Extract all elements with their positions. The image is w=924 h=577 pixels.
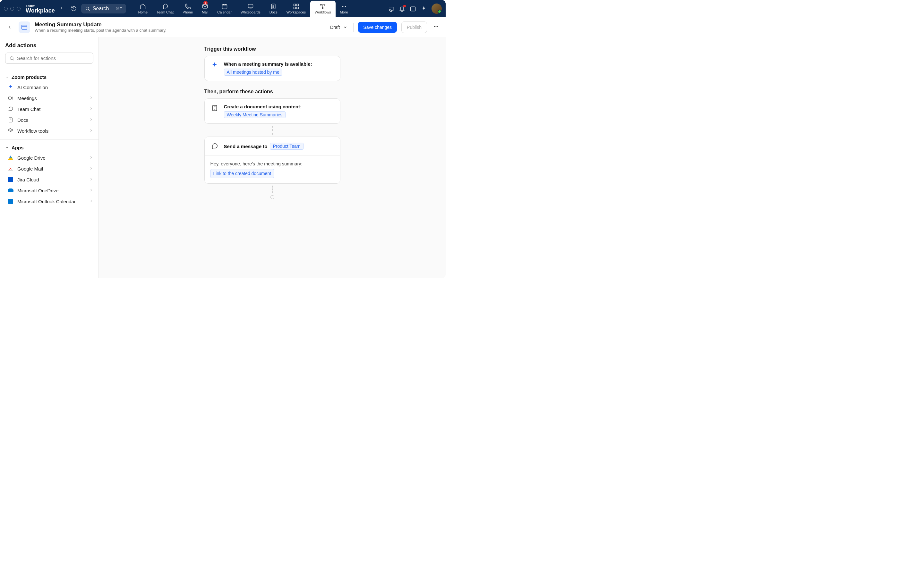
- window-maximize[interactable]: [17, 7, 21, 11]
- message-icon: [210, 142, 219, 150]
- tab-mail[interactable]: 1 Mail: [197, 1, 213, 17]
- section-zoom-products[interactable]: Zoom products: [0, 73, 99, 82]
- tab-calendar[interactable]: Calendar: [213, 1, 236, 17]
- tab-teamchat[interactable]: Team Chat: [152, 1, 178, 17]
- sidebar-item-google-mail[interactable]: Google Mail: [0, 163, 99, 174]
- trigger-card[interactable]: When a meeting summary is available: All…: [204, 56, 341, 81]
- sparkle-icon: [8, 84, 13, 90]
- cast-icon[interactable]: [388, 5, 394, 12]
- today-icon[interactable]: [410, 5, 416, 12]
- global-search[interactable]: Search ⌘F: [81, 4, 126, 13]
- ai-sparkle-icon[interactable]: [421, 5, 427, 12]
- publish-button[interactable]: Publish: [401, 21, 427, 33]
- jira-icon: [8, 177, 13, 182]
- bell-icon[interactable]: [399, 5, 405, 12]
- chevron-right-icon: [89, 199, 94, 204]
- sidebar-item-outlook[interactable]: Microsoft Outlook Calendar: [0, 196, 99, 207]
- svg-point-29: [437, 26, 438, 27]
- sidebar-item-jira[interactable]: Jira Cloud: [0, 174, 99, 185]
- sidebar-item-google-drive[interactable]: Google Drive: [0, 152, 99, 163]
- sb-label: Microsoft OneDrive: [17, 188, 58, 193]
- message-text: Hey, everyone, here's the meeting summar…: [210, 160, 334, 168]
- svg-rect-3: [222, 5, 227, 9]
- tab-teamchat-label: Team Chat: [157, 10, 174, 14]
- brand-text-1: zoom: [26, 4, 55, 8]
- tab-home[interactable]: Home: [134, 1, 152, 17]
- trigger-title: When a meeting summary is available:: [224, 61, 334, 67]
- connector-line: [272, 185, 273, 193]
- workspaces-icon: [293, 3, 299, 10]
- back-button[interactable]: [5, 23, 14, 32]
- chevron-right-icon: [89, 128, 94, 134]
- tab-mail-label: Mail: [202, 10, 208, 14]
- tab-more-label: More: [340, 10, 348, 14]
- workflow-avatar-icon: [19, 21, 30, 33]
- sidebar-item-ai-companion[interactable]: AI Companion: [0, 82, 99, 93]
- add-step-circle[interactable]: [270, 195, 274, 199]
- gmail-icon: [8, 166, 13, 171]
- brand-chevron-icon[interactable]: [59, 6, 64, 11]
- status-dropdown[interactable]: Draft: [329, 23, 349, 32]
- sb-label: Google Drive: [17, 155, 45, 161]
- svg-point-27: [434, 26, 435, 27]
- action-card-send-message[interactable]: Send a message to Product Team Hey, ever…: [204, 137, 341, 184]
- window-close[interactable]: [4, 7, 8, 11]
- mail-badge: 1: [204, 1, 208, 5]
- sidebar-item-onedrive[interactable]: Microsoft OneDrive: [0, 185, 99, 196]
- topbar-right: [388, 3, 442, 14]
- svg-rect-32: [8, 97, 11, 99]
- gear-icon: [8, 128, 13, 134]
- tab-more[interactable]: More: [336, 1, 352, 17]
- tab-docs[interactable]: Docs: [265, 1, 282, 17]
- svg-line-1: [89, 10, 89, 11]
- window-minimize[interactable]: [10, 7, 14, 11]
- user-avatar[interactable]: [431, 3, 442, 14]
- onedrive-icon: [8, 187, 13, 193]
- sb-label: Microsoft Outlook Calendar: [17, 199, 76, 204]
- action-card-create-doc[interactable]: Create a document using content: Weekly …: [204, 98, 341, 124]
- nav-tabs: Home Team Chat Phone 1 Mail Calendar Whi…: [134, 1, 385, 17]
- whiteboard-icon: [247, 3, 254, 10]
- tab-home-label: Home: [138, 10, 148, 14]
- docs-icon: [270, 3, 276, 10]
- workflow-canvas: Trigger this workflow When a meeting sum…: [99, 37, 446, 278]
- workflow-title: Meeting Summary Update: [35, 21, 166, 28]
- actions-sidebar: Add actions Zoom products AI Companion M…: [0, 37, 99, 278]
- svg-point-0: [86, 7, 89, 10]
- tab-workflows[interactable]: Workflows: [310, 1, 336, 17]
- svg-point-19: [322, 7, 323, 8]
- message-link-chip[interactable]: Link to the created document: [210, 169, 274, 178]
- tab-whiteboards[interactable]: Whiteboards: [236, 1, 265, 17]
- sidebar-item-teamchat[interactable]: Team Chat: [0, 103, 99, 114]
- section-apps-label: Apps: [11, 145, 24, 150]
- tab-workspaces[interactable]: Workspaces: [282, 1, 310, 17]
- svg-rect-25: [22, 25, 27, 29]
- actions-section-title: Then, perform these actions: [204, 89, 341, 95]
- actions-search-input[interactable]: [17, 55, 89, 61]
- more-options-button[interactable]: [431, 22, 441, 32]
- svg-marker-33: [11, 97, 13, 99]
- actions-search[interactable]: [5, 53, 94, 64]
- svg-point-17: [320, 4, 321, 5]
- video-icon: [8, 95, 13, 101]
- action2-title: Send a message to: [224, 143, 268, 149]
- svg-point-20: [342, 6, 343, 7]
- doc-icon: [8, 117, 13, 123]
- sb-label: Meetings: [17, 95, 37, 101]
- history-button[interactable]: [69, 4, 79, 13]
- chevron-right-icon: [89, 188, 94, 193]
- save-button[interactable]: Save changes: [358, 22, 397, 33]
- sidebar-item-meetings[interactable]: Meetings: [0, 93, 99, 103]
- trigger-chip[interactable]: All meetings hosted by me: [224, 69, 282, 76]
- sidebar-item-docs[interactable]: Docs: [0, 114, 99, 125]
- sidebar-item-workflow-tools[interactable]: Workflow tools: [0, 125, 99, 136]
- svg-rect-23: [411, 7, 415, 11]
- svg-rect-13: [294, 4, 296, 6]
- action2-chip[interactable]: Product Team: [270, 143, 303, 150]
- action1-chip[interactable]: Weekly Meeting Summaries: [224, 111, 286, 118]
- tab-phone[interactable]: Phone: [178, 1, 197, 17]
- search-icon: [85, 6, 90, 11]
- svg-line-31: [13, 59, 14, 60]
- section-apps[interactable]: Apps: [0, 143, 99, 152]
- more-icon: [341, 3, 347, 10]
